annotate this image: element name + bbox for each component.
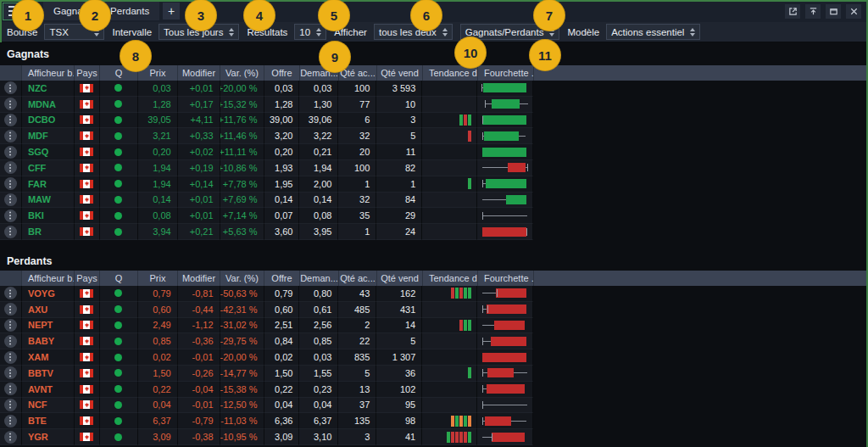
maximize-button[interactable] bbox=[826, 4, 841, 19]
column-header[interactable]: Qté ac... bbox=[339, 271, 377, 286]
table-row[interactable]: NCF 0,04 -0,01 -12,50 % 0,04 0,04 37 95 bbox=[0, 398, 533, 414]
row-options-icon bbox=[4, 81, 17, 94]
ticker-symbol: BR bbox=[22, 224, 75, 240]
table-row[interactable]: AVNT 0,22 -0,04 -15,38 % 0,22 0,23 13 10… bbox=[0, 382, 533, 398]
range-chart bbox=[477, 413, 533, 429]
table-row[interactable]: XAM 0,02 -0,01 -20,00 % 0,02 0,03 835 1 … bbox=[0, 349, 533, 366]
country-cell bbox=[75, 224, 100, 240]
row-menu-button[interactable] bbox=[0, 302, 22, 318]
row-menu-button[interactable] bbox=[0, 113, 22, 129]
afficher-select[interactable]: tous les deux bbox=[374, 24, 453, 40]
row-menu-button[interactable] bbox=[0, 193, 22, 209]
table-row[interactable]: MDF 3,21 +0,33 +11,46 % 3,20 3,22 32 5 bbox=[0, 128, 533, 144]
row-menu-button[interactable] bbox=[0, 382, 22, 398]
perdants-table-header[interactable]: Afficheur b...PaysQPrixModifierVar. (%)O… bbox=[0, 271, 866, 286]
ask-size-cell: 41 bbox=[376, 429, 422, 445]
column-header[interactable]: Fourchette ... bbox=[478, 271, 534, 286]
row-menu-button[interactable] bbox=[0, 208, 22, 224]
table-row[interactable]: DCBO 39,05 +4,11 +11,76 % 39,00 39,06 6 … bbox=[0, 113, 533, 129]
row-menu-button[interactable] bbox=[0, 286, 22, 302]
row-menu-button[interactable] bbox=[0, 144, 22, 160]
column-header[interactable]: Qté vend bbox=[377, 271, 423, 286]
modele-select[interactable]: Actions essentiel bbox=[606, 24, 700, 40]
range-chart bbox=[477, 193, 533, 209]
ask-size-cell: 3 bbox=[376, 113, 422, 129]
table-row[interactable]: BABY 0,85 -0,36 -29,75 % 0,84 0,85 22 5 bbox=[0, 333, 533, 349]
table-row[interactable]: BR 3,94 +0,21 +5,63 % 3,60 3,95 1 24 bbox=[0, 224, 533, 240]
table-row[interactable]: BBTV 1,50 -0,26 -14,77 % 1,50 1,55 5 36 bbox=[0, 366, 533, 382]
row-menu-button[interactable] bbox=[0, 413, 22, 429]
status-dot-icon bbox=[114, 354, 122, 361]
country-cell bbox=[75, 160, 100, 176]
price-cell: 1,94 bbox=[138, 176, 178, 193]
column-header[interactable]: Deman... bbox=[300, 271, 339, 286]
row-menu-button[interactable] bbox=[0, 224, 22, 240]
annotation-circle-5: 5 bbox=[318, 0, 350, 31]
close-button[interactable] bbox=[846, 4, 861, 19]
change-cell: -0,38 bbox=[178, 429, 220, 445]
column-header[interactable]: Prix bbox=[138, 271, 178, 286]
column-header[interactable]: Afficheur b... bbox=[22, 65, 75, 81]
bid-size-cell: 32 bbox=[338, 193, 376, 209]
collapse-top-button[interactable] bbox=[805, 4, 821, 19]
row-menu-button[interactable] bbox=[0, 318, 22, 334]
country-cell bbox=[75, 81, 100, 97]
row-menu-button[interactable] bbox=[0, 97, 22, 113]
table-row[interactable]: BKI 0,08 +0,01 +7,14 % 0,07 0,08 35 29 bbox=[0, 208, 533, 224]
column-header[interactable]: Q bbox=[100, 271, 138, 286]
row-menu-button[interactable] bbox=[0, 128, 22, 144]
column-header[interactable]: Qté vend bbox=[377, 65, 423, 81]
bid-cell: 0,14 bbox=[264, 193, 300, 209]
ticker-symbol: DCBO bbox=[22, 113, 75, 129]
gagnants-table: NZC 0,03 +0,01 +20,00 % 0,03 0,03 100 3 … bbox=[0, 81, 533, 240]
country-cell bbox=[75, 208, 100, 224]
table-row[interactable]: NEPT 2,49 -1,12 -31,02 % 2,51 2,56 2 14 bbox=[0, 318, 533, 334]
column-header[interactable]: Tendance d... bbox=[423, 271, 478, 286]
column-header[interactable]: Pays bbox=[75, 65, 100, 81]
column-header[interactable] bbox=[0, 271, 22, 286]
row-menu-button[interactable] bbox=[0, 81, 22, 97]
change-cell: -0,04 bbox=[178, 382, 220, 398]
bid-size-cell: 22 bbox=[338, 333, 376, 349]
change-cell: -0,81 bbox=[178, 286, 220, 302]
table-row[interactable]: YGR 3,09 -0,38 -10,95 % 3,09 3,10 3 41 bbox=[0, 429, 533, 445]
spinner-arrows-icon bbox=[229, 28, 234, 36]
ask-size-cell: 98 bbox=[376, 413, 422, 429]
table-row[interactable]: SGQ 0,20 +0,02 +11,11 % 0,20 0,21 20 11 bbox=[0, 144, 533, 160]
ask-size-cell: 11 bbox=[376, 144, 422, 160]
column-header[interactable]: Afficheur b... bbox=[22, 271, 75, 286]
table-row[interactable]: BTE 6,37 -0,79 -11,03 % 6,36 6,37 135 98 bbox=[0, 413, 533, 429]
column-header[interactable]: Fourchette ... bbox=[478, 65, 534, 81]
price-cell: 0,08 bbox=[138, 208, 178, 224]
row-menu-button[interactable] bbox=[0, 366, 22, 382]
bid-size-cell: 77 bbox=[338, 97, 376, 113]
row-menu-button[interactable] bbox=[0, 349, 22, 366]
row-menu-button[interactable] bbox=[0, 160, 22, 176]
row-menu-button[interactable] bbox=[0, 398, 22, 414]
table-row[interactable]: MAW 0,14 +0,01 +7,69 % 0,14 0,14 32 84 bbox=[0, 193, 533, 209]
table-row[interactable]: VOYG 0,79 -0,81 -50,63 % 0,79 0,80 43 16… bbox=[0, 286, 533, 302]
column-header[interactable]: Offre bbox=[264, 65, 300, 81]
table-row[interactable]: FAR 1,94 +0,14 +7,78 % 1,95 2,00 1 1 bbox=[0, 176, 533, 193]
column-header[interactable]: Pays bbox=[75, 271, 100, 286]
column-header[interactable]: Modifier bbox=[178, 271, 220, 286]
row-menu-button[interactable] bbox=[0, 176, 22, 193]
bid-size-cell: 37 bbox=[338, 398, 376, 414]
popout-button[interactable] bbox=[785, 4, 800, 19]
price-cell: 1,94 bbox=[138, 160, 178, 176]
column-header[interactable] bbox=[0, 65, 22, 81]
table-row[interactable]: MDNA 1,28 +0,17 +15,32 % 1,28 1,30 77 10 bbox=[0, 97, 533, 113]
table-row[interactable]: AXU 0,60 -0,44 -42,31 % 0,60 0,61 485 43… bbox=[0, 302, 533, 318]
table-row[interactable]: CFF 1,94 +0,19 +10,86 % 1,93 1,94 100 82 bbox=[0, 160, 533, 176]
canada-flag-icon bbox=[80, 115, 93, 124]
row-menu-button[interactable] bbox=[0, 333, 22, 349]
row-menu-button[interactable] bbox=[0, 429, 22, 445]
new-tab-button[interactable]: + bbox=[163, 3, 180, 20]
column-header[interactable]: Var. (%) bbox=[220, 271, 264, 286]
table-row[interactable]: NZC 0,03 +0,01 +20,00 % 0,03 0,03 100 3 … bbox=[0, 81, 533, 97]
column-header[interactable]: Offre bbox=[264, 271, 300, 286]
range-chart bbox=[477, 144, 533, 160]
column-header[interactable]: Var. (%) bbox=[220, 65, 264, 81]
ask-cell: 1,94 bbox=[299, 160, 338, 176]
column-header[interactable]: Modifier bbox=[178, 65, 220, 81]
